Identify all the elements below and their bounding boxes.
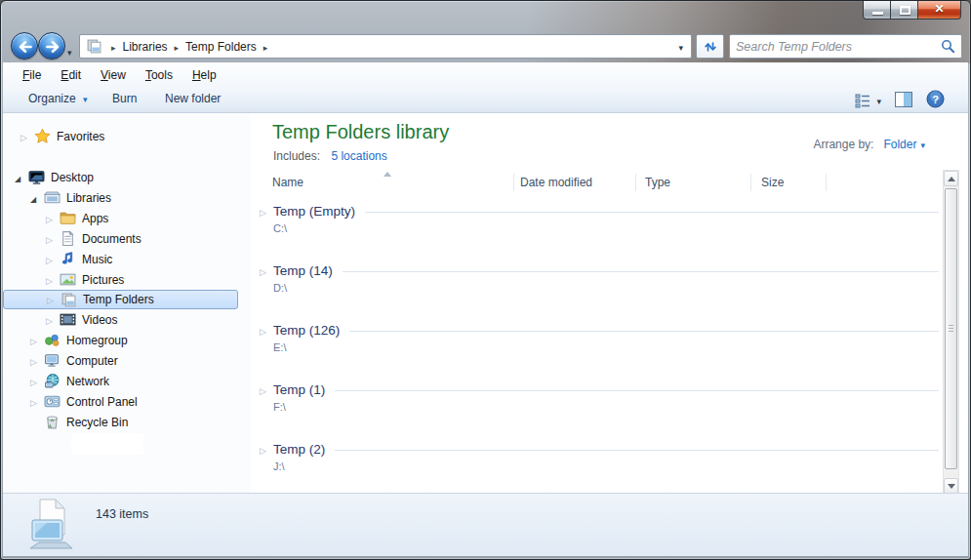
group-header[interactable]: Temp (2) (260, 441, 939, 457)
scrollbar-thumb[interactable] (945, 188, 957, 469)
maximize-icon (900, 6, 910, 15)
expand-collapsed-icon[interactable] (30, 376, 44, 387)
new-folder-button[interactable]: New folder (165, 92, 221, 105)
menu-tools[interactable]: Tools (136, 64, 182, 86)
maximize-button[interactable] (890, 1, 918, 20)
column-header-type[interactable]: Type (645, 176, 670, 189)
expand-expanded-icon[interactable] (30, 192, 44, 204)
help-icon: ? (926, 90, 945, 108)
minimize-icon (872, 12, 883, 15)
scroll-down-button[interactable] (944, 478, 958, 494)
sidebar-item-control-panel[interactable]: Control Panel (3, 391, 250, 412)
sidebar-item-label: Computer (66, 354, 118, 368)
column-divider[interactable] (635, 174, 636, 191)
expand-collapsed-icon[interactable] (30, 335, 44, 346)
scroll-up-button[interactable] (944, 171, 958, 186)
group-path: E:\ (273, 341, 939, 353)
breadcrumb-separator-icon[interactable] (104, 40, 123, 54)
column-header-size[interactable]: Size (761, 176, 784, 189)
forward-button[interactable] (38, 32, 65, 60)
address-dropdown-chevron[interactable] (678, 40, 683, 54)
expand-collapsed-icon[interactable] (260, 203, 273, 219)
refresh-button[interactable] (696, 34, 724, 59)
expand-collapsed-icon[interactable] (46, 233, 60, 245)
music-icon (60, 251, 76, 267)
expand-collapsed-icon[interactable] (20, 131, 34, 142)
views-dropdown-chevron (876, 94, 881, 107)
status-bar: 143 items (3, 493, 968, 556)
menu-view[interactable]: View (91, 64, 136, 86)
preview-pane-button[interactable] (895, 92, 912, 110)
expand-collapsed-icon[interactable] (260, 381, 273, 397)
group-name[interactable]: Temp (1) (273, 382, 325, 397)
sidebar-item-pictures[interactable]: Pictures (3, 269, 250, 290)
burn-button[interactable]: Burn (112, 92, 137, 105)
expand-collapsed-icon[interactable] (260, 322, 273, 338)
group-name[interactable]: Temp (Empty) (273, 204, 355, 219)
sidebar-item-recycle-bin[interactable]: Recycle Bin (3, 412, 250, 432)
views-button[interactable] (855, 93, 881, 108)
sidebar-item-homegroup[interactable]: Homegroup (3, 330, 250, 350)
sidebar-item-favorites[interactable]: Favorites (3, 126, 250, 146)
expand-collapsed-icon[interactable] (46, 314, 60, 326)
sidebar-item-label: Desktop (51, 171, 94, 184)
column-header-date-modified[interactable]: Date modified (520, 176, 592, 189)
sidebar-item-documents[interactable]: Documents (3, 228, 250, 249)
expand-collapsed-icon[interactable] (46, 213, 60, 224)
column-divider[interactable] (750, 174, 751, 191)
sidebar-item-temp-folders[interactable]: Temp Folders (3, 290, 238, 309)
menu-help[interactable]: Help (182, 64, 226, 86)
help-button[interactable]: ? (926, 90, 945, 111)
menu-file[interactable]: File (13, 64, 51, 86)
sidebar-item-libraries[interactable]: Libraries (3, 187, 250, 208)
group-header[interactable]: Temp (1) (260, 381, 939, 397)
sort-ascending-icon (384, 172, 391, 177)
breadcrumb-separator-icon[interactable] (168, 40, 186, 54)
expand-collapsed-icon[interactable] (46, 274, 60, 286)
organize-button[interactable]: Organize (28, 92, 88, 105)
breadcrumb-libraries[interactable]: Libraries (123, 40, 168, 54)
expand-collapsed-icon[interactable] (46, 254, 60, 265)
group-header[interactable]: Temp (Empty) (260, 203, 939, 219)
group-name[interactable]: Temp (126) (273, 323, 340, 338)
expand-collapsed-icon[interactable] (30, 396, 44, 408)
sidebar-item-desktop[interactable]: Desktop (3, 167, 250, 187)
expand-collapsed-icon[interactable] (260, 441, 273, 457)
sidebar-item-videos[interactable]: Videos (3, 309, 250, 330)
search-box[interactable] (729, 34, 962, 59)
sidebar-item-network[interactable]: Network (3, 371, 250, 391)
search-input[interactable] (730, 40, 941, 54)
arrange-by-value[interactable]: Folder (883, 138, 916, 151)
expand-expanded-icon[interactable] (15, 172, 28, 183)
menu-edit[interactable]: Edit (51, 64, 91, 86)
computer-icon (44, 352, 61, 369)
navigation-pane: Favorites Desktop (3, 113, 250, 493)
recent-pages-chevron[interactable] (67, 42, 72, 60)
column-header-name[interactable]: Name (272, 176, 303, 189)
sidebar-item-computer[interactable]: Computer (3, 350, 250, 371)
file-group: Temp (2) J:\ (260, 441, 939, 472)
sidebar-item-apps[interactable]: Apps (3, 208, 250, 228)
column-divider[interactable] (826, 174, 827, 191)
breadcrumb-temp-folders[interactable]: Temp Folders (185, 40, 257, 54)
close-button[interactable] (917, 1, 961, 20)
main-area: Favorites Desktop (3, 113, 968, 493)
column-divider[interactable] (513, 174, 514, 191)
locations-link[interactable]: 5 locations (331, 149, 386, 163)
search-icon[interactable] (941, 39, 955, 54)
back-button[interactable] (11, 32, 38, 60)
expand-collapsed-icon[interactable] (30, 355, 44, 367)
sidebar-item-music[interactable]: Music (3, 249, 250, 269)
expand-collapsed-icon[interactable] (47, 294, 61, 305)
breadcrumb-separator-icon[interactable] (257, 40, 275, 54)
group-header[interactable]: Temp (126) (260, 322, 939, 338)
expand-collapsed-icon[interactable] (260, 262, 273, 278)
address-breadcrumb-bar[interactable]: Libraries Temp Folders (79, 34, 692, 59)
group-header[interactable]: Temp (14) (260, 262, 939, 278)
arrange-by-chevron[interactable] (920, 138, 925, 151)
vertical-scrollbar[interactable] (943, 170, 959, 495)
group-rule (335, 450, 939, 451)
minimize-button[interactable] (863, 1, 891, 20)
group-name[interactable]: Temp (14) (273, 263, 333, 278)
group-name[interactable]: Temp (2) (273, 442, 325, 457)
